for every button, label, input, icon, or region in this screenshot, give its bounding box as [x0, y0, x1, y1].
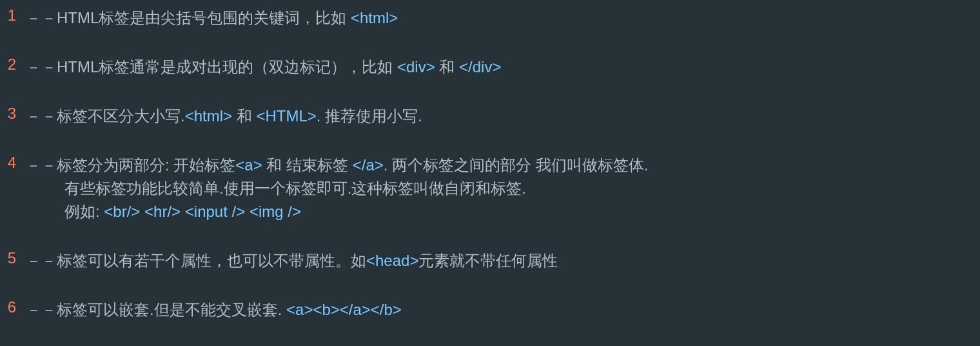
code-text: . 推荐使用小写.: [317, 107, 422, 125]
code-line: 1－－HTML标签是由尖括号包围的关键词，比如 <html>: [0, 6, 980, 30]
code-line: 4－－标签分为两部分: 开始标签<a> 和 结束标签 </a>. 两个标签之间的…: [0, 154, 980, 223]
html-tag-text: <br/>: [104, 203, 140, 220]
code-text: 例如:: [64, 203, 104, 220]
code-line: 2－－HTML标签通常是成对出现的（双边标记），比如 <div> 和 </div…: [0, 56, 980, 79]
code-line: 3－－标签不区分大小写.<html> 和 <HTML>. 推荐使用小写.: [0, 105, 980, 128]
html-tag-text: <HTML>: [256, 107, 316, 125]
line-content: －－标签可以有若干个属性，也可以不带属性。如<head>元素就不带任何属性: [26, 249, 980, 272]
html-tag-text: <a>: [235, 156, 262, 174]
line-text-continuation: 有些标签功能比较简单.使用一个标签即可.这种标签叫做自闭和标签.: [26, 177, 980, 200]
code-text: [181, 203, 185, 220]
line-content: －－标签分为两部分: 开始标签<a> 和 结束标签 </a>. 两个标签之间的部…: [26, 154, 980, 223]
code-text: －－标签不区分大小写.: [26, 107, 185, 125]
html-tag-text: <html>: [351, 9, 398, 26]
code-text: －－标签可以有若干个属性，也可以不带属性。如: [26, 252, 366, 269]
code-text: －－HTML标签通常是成对出现的（双边标记），比如: [26, 58, 397, 76]
line-content: －－标签可以嵌套.但是不能交叉嵌套. <a><b></a></b>: [26, 298, 980, 321]
line-text: －－HTML标签通常是成对出现的（双边标记），比如 <div> 和 </div>: [26, 56, 980, 79]
code-text: . 两个标签之间的部分 我们叫做标签体.: [384, 156, 649, 174]
code-text: 和 结束标签: [262, 156, 353, 174]
html-tag-text: </div>: [459, 58, 501, 76]
html-tag-text: <html>: [185, 107, 232, 125]
line-text: －－标签不区分大小写.<html> 和 <HTML>. 推荐使用小写.: [26, 105, 980, 128]
line-text: －－HTML标签是由尖括号包围的关键词，比如 <html>: [26, 6, 980, 30]
html-tag-text: <a><b></a></b>: [286, 301, 402, 318]
line-text-continuation: 例如: <br/> <hr/> <input /> <img />: [26, 200, 980, 223]
code-text: [245, 203, 250, 220]
code-text: －－标签分为两部分: 开始标签: [26, 156, 235, 174]
html-tag-text: </a>: [353, 156, 384, 174]
line-number: 4: [0, 154, 26, 172]
line-number: 5: [0, 249, 26, 267]
line-number: 1: [0, 6, 26, 25]
code-text: 元素就不带任何属性: [418, 252, 558, 269]
html-tag-text: <hr/>: [144, 203, 181, 220]
html-tag-text: <head>: [366, 252, 418, 269]
line-text: －－标签分为两部分: 开始标签<a> 和 结束标签 </a>. 两个标签之间的部…: [26, 154, 980, 177]
html-tag-text: <input />: [185, 203, 245, 220]
code-editor-view: 1－－HTML标签是由尖括号包围的关键词，比如 <html>2－－HTML标签通…: [0, 6, 980, 321]
line-content: －－标签不区分大小写.<html> 和 <HTML>. 推荐使用小写.: [26, 105, 980, 128]
code-text: 有些标签功能比较简单.使用一个标签即可.这种标签叫做自闭和标签.: [64, 179, 526, 197]
html-tag-text: <div>: [397, 58, 435, 76]
line-text: －－标签可以有若干个属性，也可以不带属性。如<head>元素就不带任何属性: [26, 249, 980, 272]
line-text: －－标签可以嵌套.但是不能交叉嵌套. <a><b></a></b>: [26, 298, 980, 321]
code-line: 5－－标签可以有若干个属性，也可以不带属性。如<head>元素就不带任何属性: [0, 249, 980, 272]
line-number: 2: [0, 56, 26, 74]
code-text: 和: [232, 107, 256, 125]
code-text: －－标签可以嵌套.但是不能交叉嵌套.: [26, 301, 286, 318]
line-content: －－HTML标签通常是成对出现的（双边标记），比如 <div> 和 </div>: [26, 56, 980, 79]
code-text: －－HTML标签是由尖括号包围的关键词，比如: [26, 9, 351, 26]
line-number: 3: [0, 105, 26, 123]
code-text: 和: [435, 58, 459, 76]
html-tag-text: <img />: [250, 203, 301, 220]
code-line: 6－－标签可以嵌套.但是不能交叉嵌套. <a><b></a></b>: [0, 298, 980, 321]
line-number: 6: [0, 298, 26, 316]
line-content: －－HTML标签是由尖括号包围的关键词，比如 <html>: [26, 6, 980, 30]
